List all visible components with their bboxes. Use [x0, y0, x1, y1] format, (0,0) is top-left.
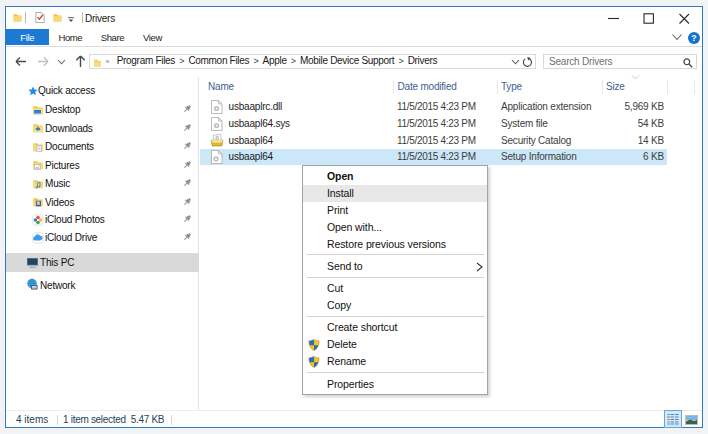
svg-text:?: ? [691, 32, 696, 42]
